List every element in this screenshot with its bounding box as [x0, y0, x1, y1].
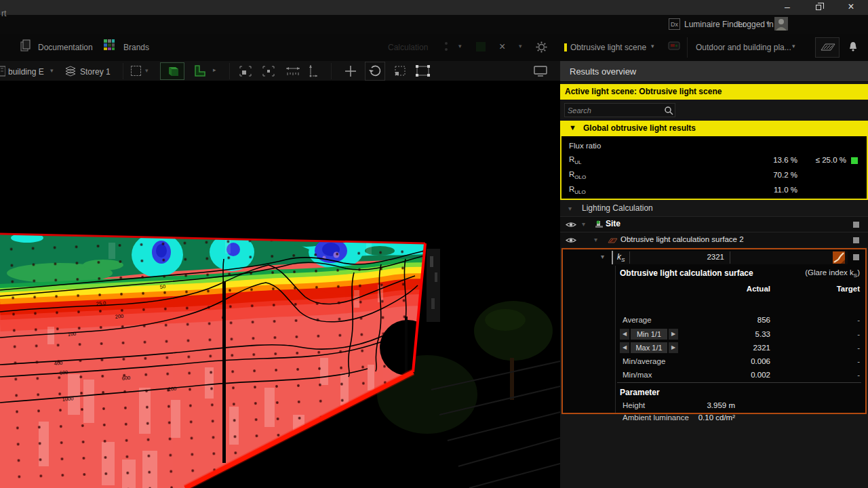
glare-index-row[interactable]: ▾ kS 2321 — [563, 249, 865, 266]
zoom-selection-icon[interactable] — [262, 65, 275, 77]
detail-actual: 0.002 — [751, 371, 770, 379]
tree-item-lighting-calculation[interactable]: ▾ Lighting Calculation — [560, 201, 868, 217]
parameter-row: Ambient luminance0.10 cd/m² — [563, 413, 865, 424]
glare-index-caption: (Glare index kS) — [805, 268, 860, 279]
scale-tool-icon[interactable] — [393, 64, 408, 78]
luminaire-finder-link[interactable]: Luminaire Finder — [684, 20, 745, 29]
visibility-eye-icon[interactable] — [566, 221, 576, 228]
application-window: – × Dx Luminaire Finder Logged in ▾ rt D… — [0, 0, 868, 488]
building-selector[interactable]: building E — [8, 67, 44, 77]
flux-limit: ≤ 25.0 % — [816, 156, 846, 164]
tab-documentation[interactable]: Documentation — [38, 43, 93, 52]
restore-button[interactable] — [809, 0, 829, 15]
collapse-icon[interactable]: ▾ — [601, 253, 604, 260]
detail-label: Average — [623, 316, 652, 324]
detail-row: Min/average0.006- — [563, 357, 865, 369]
avatar[interactable] — [774, 17, 788, 30]
3d-viewport[interactable]: 25.0501002004006001000600200 — [0, 81, 560, 488]
ks-value[interactable]: 2321 — [633, 253, 724, 261]
ks-checkbox[interactable] — [853, 254, 859, 260]
tree-item-calc-surface[interactable]: ▾ Obtrusive light calculation surface 2 — [560, 232, 868, 247]
stepper-next-button[interactable]: ▶ — [669, 329, 678, 340]
display-mode-icon[interactable] — [533, 65, 548, 77]
luminaire-surface-button[interactable] — [815, 37, 840, 58]
cancel-dropdown-icon[interactable]: ▾ — [519, 43, 522, 49]
close-button[interactable]: × — [841, 0, 861, 15]
tree-item-label: Obtrusive light calculation surface 2 — [620, 235, 744, 243]
settings-gear-icon[interactable] — [536, 41, 547, 53]
brands-icon — [103, 39, 115, 51]
minimize-button[interactable]: – — [777, 0, 797, 15]
panel-title: Results overview — [570, 66, 636, 77]
panel-header: Results overview — [560, 61, 868, 82]
wall-tool-icon[interactable] — [193, 64, 208, 78]
selection-frame-icon[interactable] — [131, 66, 141, 76]
logged-in-dropdown-icon[interactable]: ▾ — [766, 20, 770, 26]
detail-actual: 2321 — [753, 344, 770, 352]
glare-index-field[interactable]: kS 2321 — [612, 251, 848, 264]
flux-ratio-row: RULO11.0 % — [561, 185, 867, 197]
tab-brands[interactable]: Brands — [123, 43, 149, 52]
building-icon — [0, 65, 5, 77]
search-icon[interactable] — [664, 106, 673, 115]
measure-horizontal-icon[interactable] — [285, 64, 301, 78]
calculation-button-disabled: Calculation — [388, 43, 428, 52]
toolbar-separator — [687, 37, 688, 58]
notifications-bell-icon[interactable] — [848, 41, 859, 53]
tree-item-site[interactable]: ▾ Site — [560, 216, 868, 232]
collapse-icon[interactable]: ▼ — [569, 123, 576, 131]
site-checkbox[interactable] — [853, 222, 859, 228]
stepper-label[interactable]: Min 1/1 — [631, 329, 667, 340]
light-scene-dropdown[interactable]: Obtrusive light scene — [570, 43, 646, 52]
profile-dropdown[interactable]: Outdoor and building pla... — [696, 43, 791, 52]
stepper-prev-button[interactable]: ◀ — [620, 342, 629, 353]
flux-ratio-block: Flux ratio RUL13.6 %≤ 25.0 %ROLO70.2 %RU… — [560, 136, 868, 200]
flux-ratio-row: ROLO70.2 % — [561, 170, 867, 182]
documentation-icon — [20, 39, 31, 52]
rotate-tool-button[interactable] — [365, 62, 385, 81]
cancel-icon[interactable]: × — [499, 41, 505, 53]
toolbar-separator — [331, 63, 332, 79]
scene-preview-icon[interactable] — [667, 41, 681, 52]
profile-dropdown-icon[interactable]: ▾ — [792, 43, 795, 49]
calc-mode-icon[interactable] — [441, 41, 452, 53]
collapse-icon[interactable]: ▾ — [568, 205, 572, 212]
stepper-next-button[interactable]: ▶ — [669, 342, 678, 353]
flux-ratio-row: RUL13.6 %≤ 25.0 % — [561, 155, 867, 167]
expand-tools-icon[interactable]: ▸ — [213, 66, 216, 73]
measure-vertical-icon[interactable] — [307, 64, 320, 79]
zoom-extents-icon[interactable] — [239, 65, 252, 77]
selection-dropdown-icon[interactable]: ▾ — [145, 67, 149, 74]
active-scene-banner: Active light scene: Obtrusive light scen… — [560, 84, 868, 100]
solid-view-button[interactable] — [160, 62, 184, 80]
global-results-section: ▼ Global obtrusive light results Flux ra… — [560, 121, 868, 200]
surface-checkbox[interactable] — [853, 237, 859, 243]
storey-selector[interactable]: Storey 1 — [80, 67, 111, 77]
section-title: Global obtrusive light results — [583, 123, 696, 133]
parameter-row: Height3.959 m — [563, 401, 865, 412]
false-color-thumbnail[interactable] — [833, 251, 845, 264]
surface-detail: Obtrusive light calculation surface (Gla… — [563, 266, 865, 413]
detail-row: Min/max0.002- — [563, 371, 865, 383]
detail-target: - — [857, 330, 860, 338]
status-ok-indicator — [851, 157, 858, 164]
building-dropdown-icon[interactable]: ▾ — [50, 67, 54, 74]
divider — [617, 382, 861, 383]
detail-actual: 5.33 — [755, 330, 770, 338]
collapse-icon[interactable]: ▾ — [594, 236, 597, 243]
flux-label: RULO — [569, 185, 586, 195]
stepper-prev-button[interactable]: ◀ — [620, 329, 629, 340]
move-tool-icon[interactable] — [343, 64, 358, 79]
light-scene-dropdown-icon[interactable]: ▾ — [651, 43, 654, 49]
search-input[interactable] — [568, 104, 659, 116]
detail-actual: 0.006 — [751, 357, 770, 365]
value-stepper: ◀Min 1/1▶ — [620, 329, 678, 340]
detail-actual: 856 — [757, 316, 770, 324]
value-stepper: ◀Max 1/1▶ — [620, 342, 678, 353]
global-results-header[interactable]: ▼ Global obtrusive light results — [560, 121, 868, 136]
calc-dropdown-icon[interactable]: ▾ — [458, 43, 462, 49]
stepper-label[interactable]: Max 1/1 — [631, 342, 667, 353]
marquee-tool-icon[interactable] — [415, 64, 431, 78]
visibility-eye-icon[interactable] — [566, 237, 576, 244]
collapse-icon[interactable]: ▾ — [582, 220, 585, 228]
